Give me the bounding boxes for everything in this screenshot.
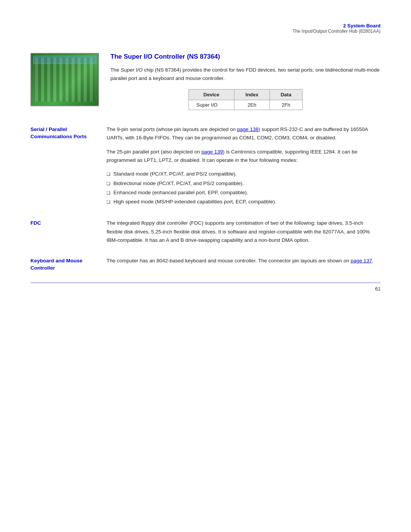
list-item: Bidirectional mode (PC/XT, PC/AT, and PS…: [107, 179, 381, 188]
desc-before-italic: The: [110, 67, 121, 73]
page-138-link[interactable]: page 138: [237, 126, 258, 132]
keyboard-mouse-section: Keyboard and Mouse Controller The comput…: [30, 257, 381, 272]
table-cell-data: 2Fh: [270, 100, 303, 110]
fdc-label: FDC: [30, 219, 99, 244]
serial-parallel-label-text: Serial / Parallel Communications Ports: [30, 126, 99, 141]
serial-para1: The 9-pin serial ports (whose pin layout…: [107, 125, 381, 142]
page-footer: 61: [30, 283, 381, 292]
table-row: Super I/O 2Eh 2Fh: [189, 100, 303, 110]
table-header-data: Data: [270, 89, 303, 100]
list-item: Standard mode (PC/XT, PC/AT, and PS/2 co…: [107, 170, 381, 178]
super-io-section: The Super I/O Controller (NS 87364) The …: [30, 53, 381, 110]
keyboard-mouse-content: The computer has an 8042-based keyboard …: [107, 257, 381, 272]
footer-line: [30, 283, 381, 283]
table-cell-device: Super I/O: [189, 100, 234, 110]
serial-parallel-content: The 9-pin serial ports (whose pin layout…: [107, 125, 381, 207]
parallel-modes-list: Standard mode (PC/XT, PC/AT, and PS/2 co…: [107, 170, 381, 206]
serial-para2: The 25-pin parallel port (also depicted …: [107, 148, 381, 165]
page-container: 2 System Board The Input/Output Controll…: [0, 0, 411, 315]
page-137-link[interactable]: page 137: [350, 258, 372, 264]
page-header: 2 System Board The Input/Output Controll…: [30, 23, 381, 34]
page-139-link[interactable]: page 139: [201, 149, 223, 155]
fdc-description: The integrated floppy disk controller (F…: [107, 219, 381, 244]
keyboard-mouse-description: The computer has an 8042-based keyboard …: [107, 257, 381, 265]
list-item: Enhanced mode (enhanced parallel port, E…: [107, 189, 381, 197]
table-header-index: Index: [234, 89, 269, 100]
chapter-title: 2 System Board: [30, 23, 381, 29]
page-number: 61: [30, 286, 381, 292]
table-cell-index: 2Eh: [234, 100, 269, 110]
serial-parallel-section: Serial / Parallel Communications Ports T…: [30, 125, 381, 207]
keyboard-mouse-label: Keyboard and Mouse Controller: [30, 257, 99, 272]
fdc-label-text: FDC: [30, 220, 99, 227]
fdc-section: FDC The integrated floppy disk controlle…: [30, 219, 381, 244]
desc-after-italic: chip (NS 87364) provides the control for…: [110, 67, 380, 81]
super-io-heading: The Super I/O Controller (NS 87364): [110, 53, 381, 61]
italic-super-io: Super I/O: [121, 67, 143, 73]
super-io-description: The Super I/O chip (NS 87364) provides t…: [110, 66, 381, 82]
table-header-device: Device: [189, 89, 234, 100]
fdc-content: The integrated floppy disk controller (F…: [107, 219, 381, 244]
section-subtitle: The Input/Output Controller Hub (82801AA…: [30, 29, 381, 34]
chip-image: [30, 53, 99, 106]
list-item: High speed mode (MS/HP extended capabili…: [107, 198, 381, 206]
fdc-italic: floppy disk controller: [141, 220, 188, 226]
device-table: Device Index Data Super I/O 2Eh 2Fh: [188, 89, 303, 110]
super-io-content: The Super I/O Controller (NS 87364) The …: [110, 53, 381, 110]
serial-parallel-label: Serial / Parallel Communications Ports: [30, 125, 99, 207]
keyboard-mouse-label-text: Keyboard and Mouse Controller: [30, 257, 99, 272]
